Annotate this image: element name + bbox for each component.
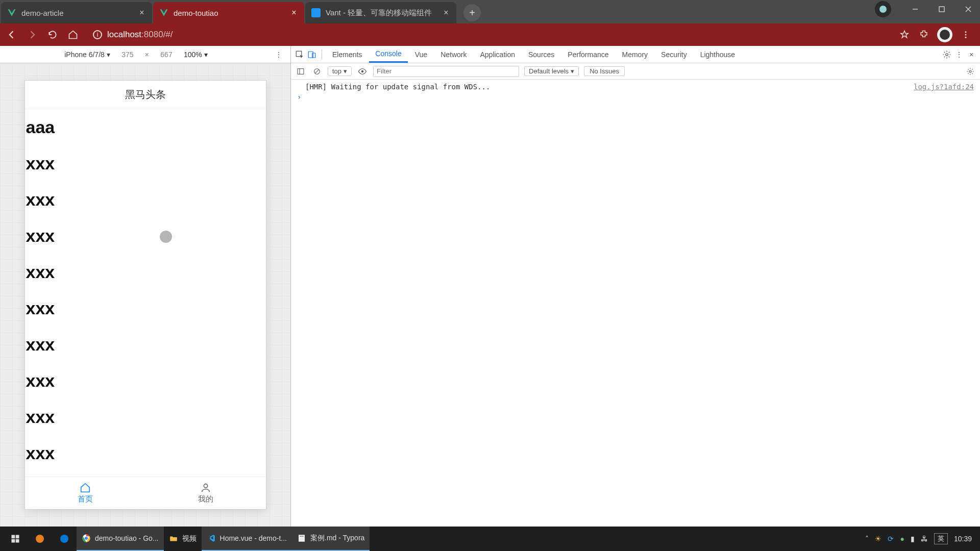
address-bar[interactable]: i localhost:8080/#/: [86, 27, 893, 43]
taskbar-app[interactable]: [28, 527, 52, 551]
console-filter-input[interactable]: [373, 66, 519, 77]
console-sidebar-toggle-icon[interactable]: [295, 66, 306, 77]
devtools-tab-network[interactable]: Network: [434, 46, 473, 63]
browser-menu-icon[interactable]: [960, 29, 972, 41]
home-button[interactable]: [65, 27, 81, 42]
device-stage: 黑马头条 aaa xxx xxx xxx xxx xxx xxx xxx xxx…: [0, 63, 290, 527]
taskbar-edge[interactable]: [52, 527, 77, 551]
tray-chevron-icon[interactable]: ˄: [865, 535, 869, 543]
navbar-title: 黑马头条: [125, 88, 166, 102]
list-item: xxx: [25, 218, 266, 254]
list-item: xxx: [25, 435, 266, 471]
vscode-icon: [207, 534, 216, 543]
tab-title: demo-article: [21, 9, 133, 17]
svg-rect-1: [939, 7, 944, 12]
svg-point-17: [969, 70, 971, 72]
close-window-button[interactable]: [957, 0, 980, 18]
taskbar-label: Home.vue - demo-t...: [220, 534, 287, 542]
console-output[interactable]: [HMR] Waiting for update signal from WDS…: [291, 80, 980, 527]
taskbar-label: demo-toutiao - Go...: [95, 534, 159, 542]
device-width-input[interactable]: [115, 49, 140, 60]
svg-point-7: [204, 484, 207, 488]
live-expression-icon[interactable]: [357, 66, 368, 77]
devtools-tab-console[interactable]: Console: [369, 46, 407, 63]
devtools-tab-memory[interactable]: Memory: [616, 46, 654, 63]
console-settings-icon[interactable]: [965, 66, 976, 77]
console-prompt[interactable]: ›: [291, 92, 980, 102]
svg-point-6: [965, 37, 967, 38]
console-context-select[interactable]: top ▾: [328, 66, 352, 76]
devtools-tab-elements[interactable]: Elements: [326, 46, 368, 63]
devtools-settings-icon[interactable]: [941, 49, 952, 60]
tabbar-home[interactable]: 首页: [25, 477, 145, 509]
log-levels-select[interactable]: Default levels ▾: [524, 66, 579, 76]
toggle-device-icon[interactable]: [306, 49, 317, 60]
start-button[interactable]: [3, 527, 28, 551]
taskbar-typora[interactable]: 案例.md - Typora: [292, 527, 370, 551]
close-icon[interactable]: ×: [138, 9, 146, 17]
search-tabs-button[interactable]: [875, 1, 891, 17]
profile-avatar[interactable]: [937, 27, 952, 42]
extensions-icon[interactable]: [918, 29, 930, 41]
tabbar-mine[interactable]: 我的: [145, 477, 266, 509]
minimize-button[interactable]: [903, 0, 927, 18]
devtools-tab-vue[interactable]: Vue: [409, 46, 433, 63]
site-info-icon[interactable]: i: [93, 30, 102, 39]
main-split: iPhone 6/7/8 ▾ × 100% ▾ ⋮ 黑马头条 aaa xxx: [0, 46, 980, 527]
browser-tab-0[interactable]: demo-article ×: [1, 2, 152, 23]
tray-sync-icon[interactable]: ⟳: [888, 535, 894, 543]
tray-network-icon[interactable]: 🖧: [921, 535, 928, 543]
clock[interactable]: 10:39: [954, 535, 972, 543]
reload-button[interactable]: [45, 27, 60, 42]
devtools-tab-sources[interactable]: Sources: [522, 46, 560, 63]
issues-badge[interactable]: No Issues: [584, 66, 625, 76]
folder-icon: [169, 534, 178, 543]
chrome-icon: [82, 534, 91, 543]
browser-tab-1[interactable]: demo-toutiao ×: [153, 2, 304, 23]
device-select[interactable]: iPhone 6/7/8 ▾: [64, 51, 110, 59]
maximize-button[interactable]: [930, 0, 953, 18]
ime-indicator[interactable]: 英: [934, 533, 948, 544]
devtools-pane: Elements Console Vue Network Application…: [291, 46, 980, 527]
tabbar-label: 我的: [198, 494, 213, 504]
devtools-menu-icon[interactable]: ⋮: [953, 49, 965, 60]
edge-icon: [59, 534, 69, 544]
vue-icon: [159, 8, 168, 17]
close-icon[interactable]: ×: [442, 9, 450, 17]
app-content[interactable]: aaa xxx xxx xxx xxx xxx xxx xxx xxx xxx: [25, 109, 266, 477]
svg-rect-21: [16, 539, 19, 543]
tray-battery-icon[interactable]: ▮: [911, 535, 915, 543]
svg-point-5: [965, 34, 967, 36]
taskbar-folder[interactable]: 视频: [164, 527, 202, 551]
svg-rect-18: [12, 535, 15, 539]
inspect-element-icon[interactable]: [294, 49, 305, 60]
device-toolbar-menu[interactable]: ⋮: [272, 51, 285, 59]
taskbar-chrome[interactable]: demo-toutiao - Go...: [77, 527, 164, 551]
browser-tab-2[interactable]: Vant - 轻量、可靠的移动端组件 ×: [305, 2, 456, 23]
devtools-tab-security[interactable]: Security: [655, 46, 693, 63]
svg-point-4: [965, 31, 967, 33]
devtools-tab-lighthouse[interactable]: Lighthouse: [694, 46, 742, 63]
windows-taskbar: demo-toutiao - Go... 视频 Home.vue - demo-…: [0, 527, 980, 551]
forward-button[interactable]: [24, 27, 40, 42]
dimension-separator: ×: [145, 51, 149, 59]
zoom-select[interactable]: 100% ▾: [184, 51, 208, 59]
tray-weather-icon[interactable]: ☀: [875, 535, 881, 543]
tab-title: Vant - 轻量、可靠的移动端组件: [326, 8, 437, 18]
devtools-tab-application[interactable]: Application: [474, 46, 521, 63]
devtools-tab-performance[interactable]: Performance: [561, 46, 615, 63]
log-source-link[interactable]: log.js?1afd:24: [914, 83, 974, 91]
clear-console-icon[interactable]: [311, 66, 323, 77]
taskbar-vscode[interactable]: Home.vue - demo-t...: [202, 527, 292, 551]
svg-rect-27: [300, 536, 304, 537]
devtools-close-icon[interactable]: ×: [966, 49, 977, 60]
new-tab-button[interactable]: +: [463, 4, 481, 21]
device-height-input[interactable]: [154, 49, 179, 60]
back-button[interactable]: [4, 27, 19, 42]
vant-icon: [311, 8, 321, 17]
tab-title: demo-toutiao: [174, 9, 285, 17]
bookmark-star-icon[interactable]: [898, 29, 911, 41]
close-icon[interactable]: ×: [290, 9, 298, 17]
list-item: xxx: [25, 182, 266, 218]
tray-status-icon[interactable]: ●: [900, 535, 904, 543]
